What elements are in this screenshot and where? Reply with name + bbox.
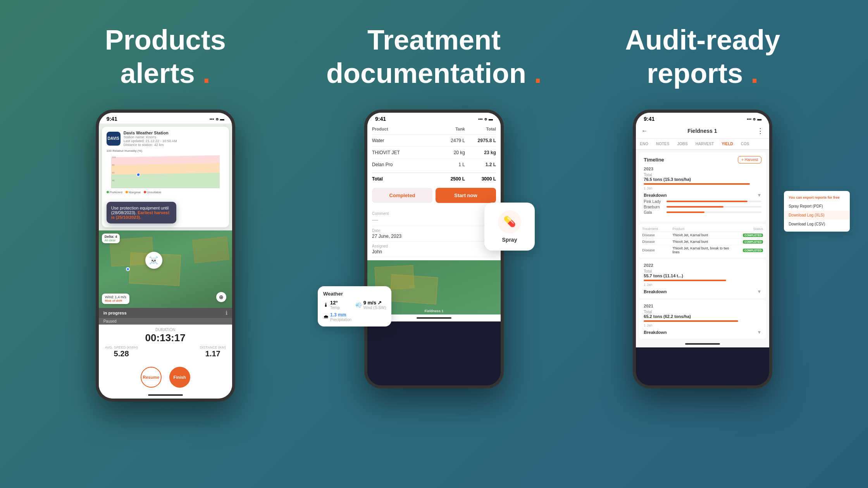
svg-point-9 bbox=[137, 173, 140, 176]
battery-icon: ▬ bbox=[220, 117, 224, 121]
phone2-wrapper: 9:41 ▪▪▪ ⌾ ▬ Product Tank Total bbox=[364, 110, 504, 388]
th-product: Product bbox=[672, 227, 733, 231]
tab-harvest[interactable]: HARVEST bbox=[692, 139, 718, 149]
bar-2023 bbox=[644, 183, 750, 185]
wind-dir: Wind (S-SW) bbox=[363, 306, 386, 310]
main-container: Products alerts . 9:41 ▪▪▪ ⌾ ▬ bbox=[0, 0, 868, 488]
home-indicator3 bbox=[636, 340, 769, 347]
spray-card-overlay: 💊 Spray bbox=[484, 203, 535, 251]
products-dot: . bbox=[203, 58, 210, 89]
wind-badge: Wind: 1.4 m/s Risk of drift bbox=[102, 294, 129, 304]
col-tank: Tank bbox=[434, 127, 465, 131]
export-pdf[interactable]: Spray Report (PDF) bbox=[784, 202, 850, 211]
duration-value: 00:13:17 bbox=[105, 332, 226, 344]
back-button[interactable]: ← bbox=[641, 127, 648, 134]
action-btn-row: Completed Start now bbox=[367, 185, 501, 206]
wifi2-icon: ⌾ bbox=[484, 117, 487, 121]
notification-card[interactable]: DAVIS Davis Weather Station Station name… bbox=[102, 127, 229, 227]
year-2021-label: 2021 bbox=[644, 304, 761, 308]
phone1: 9:41 ▪▪▪ ⌾ ▬ DAVIS Davis Weather Station bbox=[96, 110, 235, 402]
davis-avatar: DAVIS bbox=[107, 132, 121, 146]
braeburn-bar-container bbox=[666, 206, 761, 208]
treatment-row-1: Disease Thiovit Jet, Karnal bunt COMPLET… bbox=[642, 232, 763, 239]
more-button[interactable]: ⋮ bbox=[757, 127, 764, 135]
unsuitable-label: Unsuitable bbox=[144, 191, 162, 194]
wifi-icon: ⌾ bbox=[216, 117, 219, 121]
hazard-marker: ☠️ bbox=[145, 252, 162, 269]
weather-card-overlay: Weather 🌡 12° Temp 💨 9 m/s ↗ Wind (S- bbox=[318, 286, 391, 326]
compass-btn[interactable]: ⊕ bbox=[216, 292, 226, 302]
field-label: Fieldness 1 bbox=[424, 309, 443, 313]
delta-badge: Delta: 4 All clear bbox=[102, 234, 120, 243]
product-water: Water bbox=[372, 138, 434, 143]
export-xls[interactable]: Download Log (XLS) bbox=[784, 211, 850, 220]
tab-cos[interactable]: COS bbox=[737, 139, 753, 149]
finish-button[interactable]: Finish bbox=[169, 367, 190, 388]
braeburn-name: Braeburn bbox=[644, 205, 665, 209]
station-name: Station name: Knorrs bbox=[124, 135, 177, 139]
date-row: Date 27 June, 2023 bbox=[372, 226, 496, 242]
gala-bar-container bbox=[666, 211, 761, 213]
tr1-treatment: Disease bbox=[642, 233, 672, 237]
speed-label: AVG. SPEED (KM/H) bbox=[105, 345, 138, 349]
tab-yield[interactable]: YIELD bbox=[718, 139, 737, 150]
total-2022-label: Total bbox=[644, 269, 761, 273]
breakdown-2023-row[interactable]: Breakdown ▼ bbox=[644, 192, 761, 198]
tab-notes[interactable]: NOTES bbox=[652, 139, 673, 149]
duration-label: DURATION bbox=[105, 328, 226, 332]
start-now-button[interactable]: Start now bbox=[436, 188, 496, 203]
marginal-label: Marginal bbox=[126, 191, 141, 194]
export-csv[interactable]: Download Log (CSV) bbox=[784, 220, 850, 229]
jan-2023: 1 Jan bbox=[644, 186, 761, 190]
phone3-wrapper: 9:41 ▪▪▪ ⌾ ▬ ← Fieldness 1 ⋮ bbox=[633, 110, 772, 388]
precip-row: 🌧 1.3 mm Precipitation bbox=[323, 312, 386, 322]
phone1-screen: 9:41 ▪▪▪ ⌾ ▬ DAVIS Davis Weather Station bbox=[99, 113, 232, 399]
tr1-product: Thiovit Jet, Karnal bunt bbox=[672, 233, 733, 237]
breakdown-2022-row[interactable]: Breakdown ▼ bbox=[644, 289, 761, 294]
harvest-button[interactable]: + Harvest bbox=[738, 156, 761, 163]
tab-eno[interactable]: ENO bbox=[636, 139, 652, 149]
col-total: Total bbox=[465, 127, 496, 131]
completed-button[interactable]: Completed bbox=[372, 188, 432, 203]
products-title: Products alerts . bbox=[105, 23, 226, 90]
tr2-treatment: Disease bbox=[642, 240, 672, 244]
last-updated: Last updated: 21.12.22 - 10:50 AM bbox=[124, 139, 177, 143]
date-label: Date bbox=[372, 229, 401, 233]
tab-jobs[interactable]: JOBS bbox=[673, 139, 691, 149]
wind-value: Wind: 1.4 m/s bbox=[105, 295, 126, 299]
map-area[interactable]: ☠️ ⊕ Delta: 4 All clear Wind: 1.4 m/s bbox=[99, 230, 232, 308]
chevron-down-2021: ▼ bbox=[757, 330, 761, 335]
location-dot bbox=[126, 267, 130, 271]
gala-row: Gala bbox=[644, 210, 761, 215]
timeline-title: Timeline bbox=[644, 157, 664, 163]
total-label: Total bbox=[372, 176, 434, 182]
phone2-time: 9:41 bbox=[375, 116, 386, 122]
precip-label: Precipitation bbox=[330, 318, 351, 322]
comment-value: — bbox=[372, 217, 389, 223]
comment-label: Comment bbox=[372, 211, 389, 216]
pink-lady-row: Pink Lady bbox=[644, 199, 761, 204]
jan-2022: 1 Jan bbox=[644, 283, 761, 287]
timeline-header: Timeline + Harvest bbox=[644, 156, 761, 163]
pink-lady-bar-container bbox=[666, 201, 761, 202]
chart-svg: 100 80 60 40 bbox=[107, 153, 224, 188]
inprogress-bar: in progress ℹ bbox=[99, 308, 232, 318]
comment-field: Comment — bbox=[372, 211, 389, 223]
resume-button[interactable]: Resume bbox=[141, 367, 162, 388]
comment-row: Comment — ✏ bbox=[372, 209, 496, 226]
phone3-status-bar: 9:41 ▪▪▪ ⌾ ▬ bbox=[636, 113, 769, 124]
year-2021: 2021 Total 65.2 tons (62.2 tons/ha) 1 Ja… bbox=[639, 300, 766, 339]
year-2023: 2023 Total 76.5 tons (15.3 tons/ha) 1 Ja… bbox=[644, 167, 761, 215]
humidity-chart: 100 Relative Humidity (%) bbox=[107, 149, 224, 199]
bar-2021 bbox=[644, 320, 738, 322]
total-tank: 2500 L bbox=[434, 176, 465, 182]
phone1-status-bar: 9:41 ▪▪▪ ⌾ ▬ bbox=[99, 113, 232, 124]
breakdown-2022-label: Breakdown bbox=[644, 289, 666, 294]
breakdown-2021-row[interactable]: Breakdown ▼ bbox=[644, 330, 761, 335]
distance-label: DISTANCE (KM) bbox=[200, 345, 226, 349]
product-delan: Delan Pro bbox=[372, 162, 434, 167]
breakdown-2023-label: Breakdown bbox=[644, 193, 666, 198]
th-treatment: Treatment bbox=[642, 227, 672, 231]
treatment-row-3: Disease Thiovit Jet, Karnal bunt, break … bbox=[642, 245, 763, 255]
temp-info: 🌡 12° Temp bbox=[323, 300, 339, 310]
